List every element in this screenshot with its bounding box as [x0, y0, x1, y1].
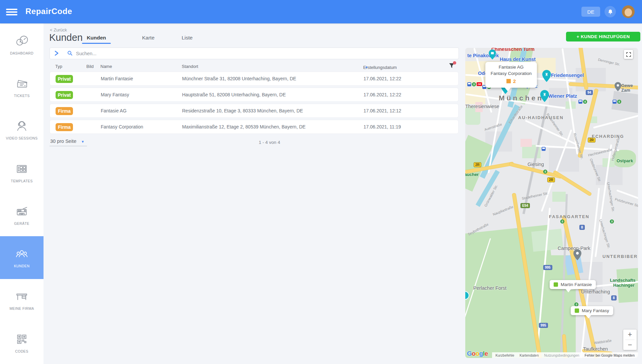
dashboard-icon: [14, 34, 29, 48]
sbahn-icon: S: [617, 100, 621, 104]
topbar: RepairCode DE: [0, 0, 642, 23]
map-street-label: Unterhachinger Str.: [606, 182, 616, 212]
map-label-city: München: [499, 94, 544, 102]
train-icon: [613, 100, 617, 104]
transit-icons: S: [613, 100, 621, 104]
map-street-label: Waldstraße: [593, 338, 612, 345]
campeon-pin[interactable]: [573, 249, 581, 260]
map-road: [593, 114, 638, 129]
sidebar-item-meine-firma[interactable]: MEINE FIRMA: [0, 279, 44, 322]
map-label: Wiener Platz: [548, 93, 577, 99]
customer-group-tooltip[interactable]: Fantasie AG Fantasy Corporation 2: [485, 62, 537, 88]
gewerbe-pin[interactable]: [615, 82, 621, 91]
sidebar-item-tickets[interactable]: TICKETS: [0, 66, 44, 108]
map-street-label: Putzbrunner Str.: [615, 197, 638, 208]
attribution-link[interactable]: Fehler bei Google Maps melden: [585, 353, 635, 357]
back-link[interactable]: < Zurück: [50, 27, 67, 32]
sidebar-item-codes[interactable]: CODES: [0, 322, 44, 364]
wiener-platz-pin[interactable]: ♜: [540, 90, 549, 102]
column-name[interactable]: Name: [100, 64, 112, 69]
language-button[interactable]: DE: [581, 7, 600, 17]
map-area: [520, 139, 532, 147]
sidebar-item-geraete[interactable]: GERÄTE: [0, 194, 44, 236]
customer-name: Fantasie AG: [101, 108, 127, 113]
sidebar-item-video-sessions[interactable]: VIDEO SESSIONS: [0, 109, 44, 151]
customers-icon: [14, 247, 29, 261]
menu-icon[interactable]: [6, 7, 17, 16]
customer-marker[interactable]: Mary Fantasy: [571, 306, 613, 315]
sbahn-icon: S: [583, 100, 587, 104]
map-area: [576, 68, 606, 91]
map-label-district: UNTERBIBERG: [603, 254, 638, 259]
attribution-link[interactable]: Nutzungsbedingungen: [544, 353, 579, 357]
sidebar-item-label: VIDEO SESSIONS: [6, 136, 38, 141]
transit-icons: S: [543, 170, 547, 174]
type-badge: Privat: [56, 91, 73, 99]
map-label: Haus der Kunst: [500, 57, 536, 62]
tooltip-line2: Fantasy Corporation: [488, 71, 534, 77]
transit-icons: S: [578, 100, 587, 104]
google-logo[interactable]: Google: [467, 350, 488, 357]
map-label: Landschafts: [610, 278, 636, 283]
tab-karte[interactable]: Karte: [142, 35, 154, 41]
tab-kunden[interactable]: Kunden: [87, 35, 106, 41]
privat-color-swatch: [554, 282, 558, 287]
column-standort[interactable]: Standort: [182, 64, 198, 69]
svg-text:♜: ♜: [545, 72, 549, 77]
customer-location: Hauptstraße 51, 82008 Unterhaching, Baye…: [182, 92, 286, 97]
zoom-out-button[interactable]: −: [623, 340, 637, 350]
map-park: [552, 192, 566, 202]
type-badge: Privat: [56, 75, 73, 83]
tooltip-line1: Fantasie AG: [488, 64, 534, 71]
customer-location: Residenzstraße 10, Etage 3, 80333 Münche…: [182, 108, 303, 113]
route-shield: 995: [543, 265, 552, 270]
customer-marker[interactable]: Martin Fantasie: [550, 280, 596, 289]
column-bild[interactable]: Bild: [86, 64, 94, 69]
customer-location: Münchner Straße 31, 82008 Unterhaching, …: [182, 76, 296, 81]
map-label: Flaucher: [465, 172, 479, 177]
tab-liste[interactable]: Liste: [182, 35, 193, 41]
column-typ[interactable]: Typ: [55, 64, 62, 69]
attribution-link[interactable]: Kartendaten: [519, 353, 539, 357]
search-input[interactable]: [75, 49, 445, 58]
map-label: Friedensengel: [551, 73, 584, 78]
headset-agent-icon: [14, 119, 29, 133]
marker-label: Mary Fantasy: [582, 308, 609, 313]
friedensengel-pin[interactable]: ♜: [542, 70, 551, 82]
user-avatar[interactable]: [622, 5, 635, 18]
table-row[interactable]: Privat Martin Fantasie Münchner Straße 3…: [50, 72, 459, 86]
marker-label: Martin Fantasie: [561, 282, 592, 287]
map-fullscreen-button[interactable]: [624, 50, 633, 59]
attribution-link[interactable]: Kurzbefehle: [495, 353, 514, 357]
zoom-in-button[interactable]: +: [623, 330, 637, 340]
customer-created: 17.06.2021, 12:12: [364, 108, 401, 113]
customer-location: Maximilianstraße 12, Etage 2, 80539 Münc…: [182, 124, 306, 129]
table-row[interactable]: Privat Mary Fantasy Hauptstraße 51, 8200…: [50, 88, 459, 102]
sidebar-item-label: TICKETS: [14, 94, 29, 98]
add-customer-button[interactable]: + KUNDE HINZUFÜGEN: [566, 32, 640, 41]
brand-logo[interactable]: RepairCode: [25, 7, 72, 16]
svg-text:♜: ♜: [543, 92, 547, 97]
sidebar-item-templates[interactable]: TEMPLATES: [0, 151, 44, 194]
type-badge: Firma: [56, 123, 73, 131]
sidebar-item-label: CODES: [15, 349, 28, 354]
page-title: Kunden: [49, 32, 83, 43]
pagination-range: 1 - 4 von 4: [259, 140, 280, 145]
customer-name: Martin Fantasie: [101, 76, 133, 81]
privat-color-swatch: [575, 308, 579, 313]
map-panel[interactable]: te Pinakothek Chinesischen Turm Haus der…: [465, 48, 638, 358]
expand-chevron-icon[interactable]: [55, 51, 59, 56]
bell-icon: [608, 9, 613, 15]
sidebar-item-dashboard[interactable]: DASHBOARD: [0, 23, 44, 66]
sidebar-item-label: MEINE FIRMA: [9, 306, 34, 311]
sidebar-item-kunden[interactable]: KUNDEN: [0, 236, 44, 279]
search-icon: [67, 51, 73, 56]
sbahn-icon: S: [610, 219, 614, 223]
table-row[interactable]: Firma Fantasy Corporation Maximilianstra…: [50, 120, 459, 134]
page-size-select[interactable]: 30 pro Seite▼: [50, 139, 87, 146]
map-street-label: Unterhachinger Str.: [598, 219, 611, 249]
table-row[interactable]: Firma Fantasie AG Residenzstraße 10, Eta…: [50, 104, 459, 118]
notifications-button[interactable]: [605, 6, 616, 17]
map-label: Chinesischen Turm: [491, 48, 535, 52]
museum-pin[interactable]: [489, 50, 496, 60]
